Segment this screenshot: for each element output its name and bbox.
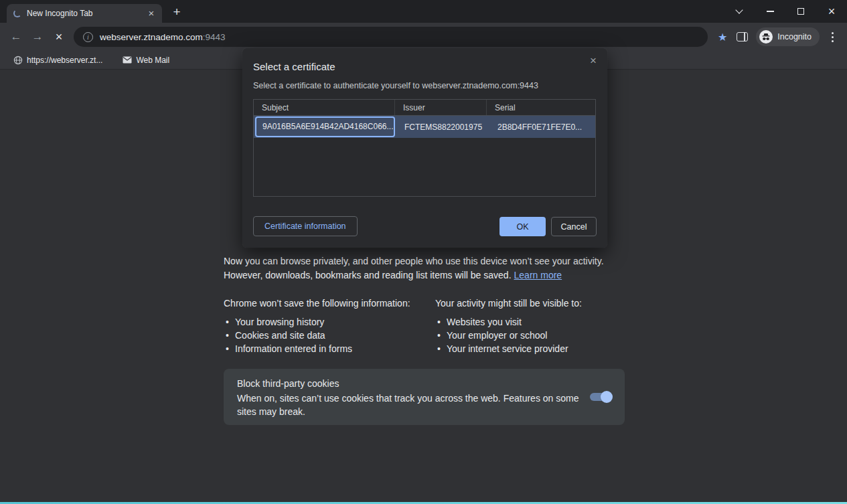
tab-strip: New Incognito Tab × + ×: [0, 0, 847, 23]
certificate-information-button[interactable]: Certificate information: [253, 216, 358, 236]
list-item: Websites you visit: [435, 315, 652, 329]
visible-to-heading: Your activity might still be visible to:: [435, 297, 652, 309]
window-controls: ×: [724, 0, 847, 23]
tab-new-incognito[interactable]: New Incognito Tab ×: [7, 4, 162, 23]
window-close-icon[interactable]: ×: [816, 0, 847, 23]
intro-line-2: However, downloads, bookmarks and readin…: [224, 268, 652, 282]
certificate-subject-cell[interactable]: 9A016B5A6E914B42AD4168C066...: [255, 116, 395, 137]
incognito-intro-text: Now you can browse privately, and other …: [224, 254, 652, 282]
dialog-subtitle: Select a certificate to authenticate you…: [253, 81, 538, 90]
column-header-serial: Serial: [487, 100, 595, 115]
url-host: webserver.ztnademo.com: [100, 32, 203, 42]
forward-icon[interactable]: →: [28, 27, 47, 46]
certificate-table: Subject Issuer Serial 9A016B5A6E914B42AD…: [253, 99, 596, 197]
stop-loading-icon[interactable]: ×: [50, 27, 68, 46]
site-info-icon[interactable]: i: [83, 32, 93, 42]
incognito-badge: Incognito: [756, 27, 820, 46]
bookmark-label: https://webserver.zt...: [27, 56, 102, 65]
visible-to-list: Websites you visit Your employer or scho…: [435, 315, 652, 355]
tab-title: New Incognito Tab: [27, 9, 146, 18]
mail-icon: [123, 56, 132, 64]
block-cookies-toggle[interactable]: [590, 393, 611, 401]
dialog-close-icon[interactable]: ×: [586, 54, 601, 68]
column-header-subject: Subject: [254, 100, 395, 115]
select-certificate-dialog: × Select a certificate Select a certific…: [242, 48, 607, 248]
side-panel-button[interactable]: [732, 32, 752, 41]
block-cookies-description: When on, sites can’t use cookies that tr…: [237, 392, 591, 418]
incognito-label: Incognito: [777, 32, 812, 41]
minimize-icon[interactable]: [755, 0, 785, 23]
browser-window: New Incognito Tab × + × ← → × i webserve…: [0, 0, 847, 504]
wont-save-list: Your browsing history Cookies and site d…: [224, 315, 435, 355]
block-cookies-title: Block third-party cookies: [237, 377, 611, 390]
visible-to-column: Your activity might still be visible to:…: [435, 297, 652, 355]
side-panel-icon: [737, 32, 748, 41]
certificate-table-header: Subject Issuer Serial: [254, 100, 595, 116]
list-item: Your internet service provider: [435, 342, 652, 355]
maximize-icon[interactable]: [785, 0, 816, 23]
toggle-thumb: [601, 391, 613, 403]
wont-save-heading: Chrome won’t save the following informat…: [224, 297, 435, 309]
column-header-issuer: Issuer: [395, 100, 487, 115]
bookmark-item-webserver[interactable]: https://webserver.zt...: [8, 53, 108, 68]
ok-button[interactable]: OK: [499, 217, 546, 236]
bookmark-item-webmail[interactable]: Web Mail: [117, 53, 175, 68]
incognito-info-columns: Chrome won’t save the following informat…: [224, 297, 652, 355]
incognito-icon: [759, 30, 773, 44]
tab-loading-spinner-icon: [13, 9, 21, 17]
tab-close-icon[interactable]: ×: [146, 8, 157, 19]
intro-line-1: Now you can browse privately, and other …: [224, 254, 652, 268]
new-tab-button[interactable]: +: [169, 5, 185, 21]
list-item: Cookies and site data: [224, 329, 435, 342]
list-item: Your employer or school: [435, 329, 652, 342]
learn-more-link[interactable]: Learn more: [514, 270, 562, 280]
block-cookies-card: Block third-party cookies When on, sites…: [224, 369, 625, 425]
url-port: :9443: [203, 32, 226, 42]
wont-save-column: Chrome won’t save the following informat…: [224, 297, 435, 355]
back-icon[interactable]: ←: [7, 27, 25, 46]
certificate-issuer-cell: FCTEMS8822001975: [396, 122, 489, 132]
address-bar[interactable]: i webserver.ztnademo.com:9443: [74, 27, 708, 47]
bookmark-star-icon[interactable]: ★: [713, 31, 732, 44]
cancel-button[interactable]: Cancel: [551, 217, 597, 236]
bookmark-label: Web Mail: [136, 56, 169, 65]
browser-menu-icon[interactable]: [824, 32, 842, 42]
dialog-title: Select a certificate: [253, 61, 335, 72]
list-item: Information entered in forms: [224, 342, 435, 355]
certificate-serial-cell: 2B8D4FF0E71FE7E0...: [489, 122, 595, 132]
tab-search-chevron-icon[interactable]: [724, 0, 755, 23]
list-item: Your browsing history: [224, 315, 435, 329]
globe-icon: [13, 56, 23, 65]
browser-toolbar: ← → × i webserver.ztnademo.com:9443 ★ In…: [0, 23, 847, 51]
certificate-row-selected[interactable]: 9A016B5A6E914B42AD4168C066... FCTEMS8822…: [254, 116, 595, 138]
